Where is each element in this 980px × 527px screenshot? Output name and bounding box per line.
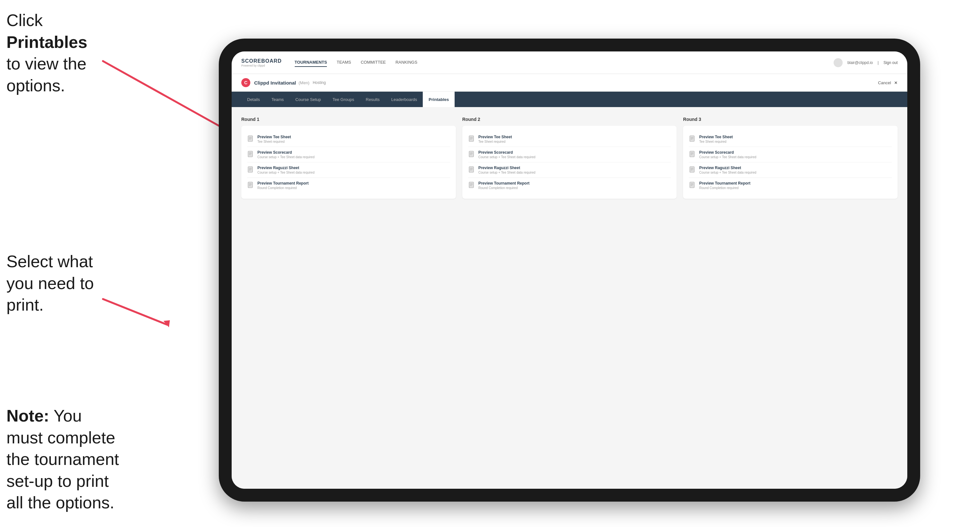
top-nav-links: TOURNAMENTS TEAMS COMMITTEE RANKINGS — [295, 58, 834, 67]
brand-sub: Powered by clippd — [241, 64, 282, 67]
round-3-card: Preview Tee Sheet Tee Sheet required — [683, 126, 898, 199]
svg-rect-16 — [248, 182, 253, 188]
tablet-screen: SCOREBOARD Powered by clippd TOURNAMENTS… — [232, 51, 907, 489]
round-2-tee-sheet[interactable]: Preview Tee Sheet Tee Sheet required — [468, 132, 671, 147]
cancel-x-icon: ✕ — [894, 80, 898, 85]
round-1-card: Preview Tee Sheet Tee Sheet required — [241, 126, 456, 199]
round-2-scorecard[interactable]: Preview Scorecard Course setup + Tee She… — [468, 147, 671, 162]
tournament-status: Hosting — [313, 80, 326, 85]
round-3-tournament-report[interactable]: Preview Tournament Report Round Completi… — [689, 178, 892, 193]
document-icon-9 — [689, 135, 696, 142]
round-2-raguzzi[interactable]: Preview Raguzzi Sheet Course setup + Tee… — [468, 162, 671, 178]
tab-teams[interactable]: Teams — [266, 92, 290, 107]
round-1-raguzzi[interactable]: Preview Raguzzi Sheet Course setup + Tee… — [247, 162, 450, 178]
round-1-tournament-report[interactable]: Preview Tournament Report Round Completi… — [247, 178, 450, 193]
tablet-frame: SCOREBOARD Powered by clippd TOURNAMENTS… — [219, 38, 920, 502]
sign-out-link[interactable]: Sign out — [883, 60, 898, 65]
user-email: blair@clippd.io — [848, 60, 873, 65]
document-icon-4 — [247, 181, 254, 189]
document-icon-7 — [468, 166, 475, 173]
round-3-column: Round 3 Preview Tee Sheet Tee S — [683, 117, 898, 199]
tournament-sub: (Men) — [299, 80, 310, 85]
document-icon-3 — [247, 166, 254, 173]
document-icon-11 — [689, 166, 696, 173]
round-1-column: Round 1 Preview Tee Sheet Tee S — [241, 117, 456, 199]
tournament-name: Clippd Invitational — [254, 80, 296, 86]
svg-rect-48 — [690, 182, 694, 188]
tab-course-setup[interactable]: Course Setup — [290, 92, 327, 107]
tab-details[interactable]: Details — [241, 92, 266, 107]
round-3-title: Round 3 — [683, 117, 898, 122]
arrow-middle — [97, 289, 177, 338]
svg-rect-20 — [469, 136, 474, 141]
instruction-bottom: Note: You must complete the tournament s… — [6, 405, 119, 514]
svg-line-2 — [103, 299, 167, 325]
document-icon — [247, 135, 254, 142]
round-3-raguzzi[interactable]: Preview Raguzzi Sheet Course setup + Tee… — [689, 162, 892, 178]
tab-results[interactable]: Results — [360, 92, 385, 107]
top-nav: SCOREBOARD Powered by clippd TOURNAMENTS… — [232, 51, 907, 74]
document-icon-5 — [468, 135, 475, 142]
brand: SCOREBOARD Powered by clippd — [241, 58, 282, 67]
round-1-scorecard[interactable]: Preview Scorecard Course setup + Tee She… — [247, 147, 450, 162]
svg-rect-28 — [469, 167, 474, 172]
instruction-top: Click Printables to view the options. — [6, 10, 103, 97]
top-nav-right: blair@clippd.io | Sign out — [834, 58, 898, 67]
round-1-title: Round 1 — [241, 117, 456, 122]
main-content: Round 1 Preview Tee Sheet Tee S — [232, 107, 907, 489]
document-icon-6 — [468, 151, 475, 157]
nav-link-tournaments[interactable]: TOURNAMENTS — [295, 58, 327, 67]
round-2-card: Preview Tee Sheet Tee Sheet required — [462, 126, 677, 199]
tab-leaderboards[interactable]: Leaderboards — [385, 92, 423, 107]
round-2-tournament-report[interactable]: Preview Tournament Report Round Completi… — [468, 178, 671, 193]
cancel-button[interactable]: Cancel ✕ — [878, 80, 898, 85]
svg-rect-24 — [469, 151, 474, 157]
note-bold: Note: — [6, 406, 49, 425]
svg-rect-32 — [469, 182, 474, 188]
svg-rect-8 — [248, 151, 253, 157]
nav-link-teams[interactable]: TEAMS — [337, 58, 351, 67]
tab-printables[interactable]: Printables — [423, 92, 455, 107]
instruction-middle: Select what you need to print. — [6, 251, 106, 316]
document-icon-10 — [689, 151, 696, 157]
round-2-column: Round 2 Preview Tee Sheet Tee S — [462, 117, 677, 199]
printables-bold: Printables — [6, 33, 87, 51]
tab-tee-groups[interactable]: Tee Groups — [327, 92, 360, 107]
round-2-title: Round 2 — [462, 117, 677, 122]
brand-title: SCOREBOARD — [241, 58, 282, 64]
nav-separator: | — [878, 60, 879, 65]
round-1-tee-sheet[interactable]: Preview Tee Sheet Tee Sheet required — [247, 132, 450, 147]
round-3-tee-sheet[interactable]: Preview Tee Sheet Tee Sheet required — [689, 132, 892, 147]
round-3-scorecard[interactable]: Preview Scorecard Course setup + Tee She… — [689, 147, 892, 162]
document-icon-12 — [689, 181, 696, 189]
svg-rect-4 — [248, 136, 253, 141]
document-icon-8 — [468, 181, 475, 189]
user-avatar — [834, 58, 843, 67]
svg-rect-40 — [690, 151, 694, 157]
rounds-grid: Round 1 Preview Tee Sheet Tee S — [241, 117, 898, 199]
svg-rect-36 — [690, 136, 694, 141]
tab-bar: Details Teams Course Setup Tee Groups Re… — [232, 92, 907, 107]
tournament-bar: C Clippd Invitational (Men) Hosting Canc… — [232, 74, 907, 92]
document-icon-2 — [247, 151, 254, 157]
svg-marker-3 — [164, 320, 170, 327]
svg-rect-44 — [690, 167, 694, 172]
svg-rect-12 — [248, 167, 253, 172]
tournament-logo: C — [241, 78, 250, 87]
nav-link-committee[interactable]: COMMITTEE — [361, 58, 386, 67]
nav-link-rankings[interactable]: RANKINGS — [395, 58, 417, 67]
